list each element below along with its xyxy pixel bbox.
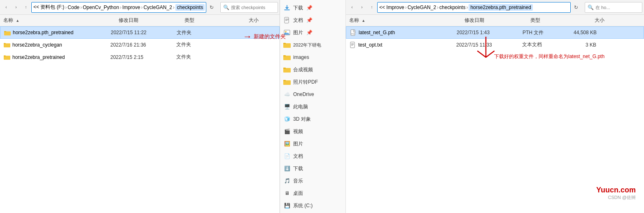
right-file-size-cell: 3 KB <box>563 42 596 48</box>
right-search-input[interactable] <box>595 5 639 10</box>
search-icon: 🔍 <box>223 5 229 10</box>
sidebar-item-docs[interactable]: 📄 文档 <box>280 150 345 162</box>
right-main-content: ‹ › ↑ << Improve › CycleGAN_2 › checkpoi… <box>346 0 644 213</box>
left-column-header: 名称 ▲ 修改日期 类型 大小 <box>0 15 280 26</box>
docs-icon: 📄 <box>283 152 291 160</box>
col-type-header[interactable]: 类型 <box>184 17 226 24</box>
desktop-icon: 🖥 <box>283 190 291 197</box>
folder-images-icon <box>283 54 291 61</box>
sidebar-item-3d[interactable]: 🧊 3D 对象 <box>280 113 345 125</box>
pin-icon: 📌 <box>306 5 313 11</box>
table-row[interactable]: PTH latest_net_G.pth 2022/7/15 1:43 PTH … <box>346 26 644 39</box>
breadcrumb-opencv: OpenCv_Python <box>83 5 119 10</box>
sidebar-item-images[interactable]: 图片 📌 <box>280 26 345 39</box>
sidebar-item-pdf-folder[interactable]: 照片转PDF <box>280 76 345 88</box>
right-file-type-cell: 文本文档 <box>522 41 563 48</box>
sidebar-item-system-c[interactable]: 💾 系统 (C:) <box>280 199 345 212</box>
right-col-size-header[interactable]: 大小 <box>572 17 604 24</box>
right-breadcrumb[interactable]: << Improve › CycleGAN_2 › checkpoints › … <box>377 2 571 13</box>
file-type-cell: 文件夹 <box>176 54 217 61</box>
3d-icon: 🧊 <box>283 115 291 123</box>
watermark-area: Yuucn.com CSDN @佐卌 <box>596 186 636 201</box>
document-icon <box>283 16 291 24</box>
svg-text:PTH: PTH <box>351 33 355 35</box>
left-address-bar: ‹ › ↑ << 资料包 (F:) › Code › OpenCv_Python… <box>0 0 280 15</box>
sidebar-item-video[interactable]: 🎬 视频 <box>280 125 345 138</box>
svg-rect-6 <box>4 56 6 56</box>
sidebar-item-onedrive[interactable]: ☁️ OneDrive <box>280 88 345 101</box>
pin-icon: 📌 <box>306 17 313 23</box>
downloads-icon: ⬇️ <box>283 165 291 172</box>
right-col-date-header[interactable]: 修改日期 <box>464 17 530 24</box>
sidebar-item-music[interactable]: 🎵 音乐 <box>280 175 345 187</box>
left-search-box[interactable]: 🔍 <box>220 2 278 13</box>
right-file-date-cell: 2022/7/15 1:43 <box>457 30 523 35</box>
left-refresh-button[interactable]: ↻ <box>207 3 216 12</box>
right-file-name-cell: test_opt.txt <box>349 42 456 48</box>
right-search-box[interactable]: 🔍 <box>585 2 642 13</box>
right-breadcrumb-checkpoints: checkpoints <box>439 5 465 10</box>
right-column-header: 名称 ▲ 修改日期 类型 大小 <box>346 15 644 26</box>
svg-rect-15 <box>283 68 286 69</box>
svg-rect-20 <box>350 42 355 48</box>
right-breadcrumb-cyclegan: CycleGAN_2 <box>408 5 436 10</box>
svg-rect-4 <box>4 43 6 44</box>
table-row[interactable]: test_opt.txt 2022/7/15 11:33 文本文档 3 KB <box>346 39 644 51</box>
sidebar-item-video-folder[interactable]: 合成视频 <box>280 63 345 76</box>
right-breadcrumb-improve: << Improve <box>379 5 404 10</box>
table-row[interactable]: horse2zebra.pth_pretrained 2022/7/15 11:… <box>0 26 280 39</box>
pc-icon: 🖥️ <box>283 103 291 110</box>
up-button[interactable]: ↑ <box>21 3 30 12</box>
forward-button[interactable]: › <box>12 3 21 12</box>
drive-c-icon: 💾 <box>283 202 291 209</box>
pin-icon: 📌 <box>306 30 313 35</box>
right-sort-arrow-icon: ▲ <box>362 19 365 23</box>
col-name-header[interactable]: 名称 ▲ <box>3 17 119 24</box>
svg-rect-7 <box>285 17 289 23</box>
right-search-icon: 🔍 <box>588 5 594 10</box>
right-file-size-cell: 44,508 KB <box>564 30 597 35</box>
right-file-name-cell: PTH latest_net_G.pth <box>350 29 457 36</box>
sidebar-item-downloads[interactable]: ⬇️ 下载 <box>280 162 345 175</box>
video-icon: 🎬 <box>283 128 291 135</box>
folder-video-icon <box>283 66 291 73</box>
file-type-cell: 文件夹 <box>176 41 217 48</box>
download-icon <box>283 4 291 12</box>
col-date-header[interactable]: 修改日期 <box>119 17 184 24</box>
left-search-input[interactable] <box>231 5 275 10</box>
table-row[interactable]: horse2zebra_cyclegan 2022/7/16 21:36 文件夹 <box>0 39 280 51</box>
sidebar-item-documents[interactable]: 文档 📌 <box>280 14 345 26</box>
sidebar-item-year-folder[interactable]: 2022年下研电 <box>280 39 345 51</box>
folder-pdf-icon <box>283 78 291 86</box>
right-col-type-header[interactable]: 类型 <box>530 17 572 24</box>
right-refresh-button[interactable]: ↻ <box>572 3 581 12</box>
sidebar-item-this-pc[interactable]: 🖥️ 此电脑 <box>280 101 345 113</box>
left-file-list: horse2zebra.pth_pretrained 2022/7/15 11:… <box>0 26 280 213</box>
folder-icon <box>3 54 11 61</box>
left-breadcrumb[interactable]: << 资料包 (F:) › Code › OpenCv_Python › Imp… <box>31 2 206 13</box>
watermark-main-text: Yuucn.com <box>596 186 636 194</box>
sidebar-item-download[interactable]: 下载 📌 <box>280 2 345 14</box>
col-size-header[interactable]: 大小 <box>226 17 259 24</box>
right-file-date-cell: 2022/7/15 11:33 <box>456 42 522 48</box>
right-col-name-header[interactable]: 名称 ▲ <box>349 17 464 24</box>
right-up-button[interactable]: ↑ <box>367 3 376 12</box>
file-name-cell: horse2zebra_cyclegan <box>3 42 110 48</box>
right-forward-button[interactable]: › <box>357 3 366 12</box>
table-row[interactable]: horse2zebra_pretrained 2022/7/15 2:15 文件… <box>0 51 280 63</box>
sidebar-item-pictures[interactable]: 🖼️ 图片 <box>280 138 345 150</box>
right-annotation-text: 下载好的权重文件，同样重命名为latest_net_G.pth <box>494 53 604 60</box>
back-button[interactable]: ‹ <box>2 3 11 12</box>
sidebar-item-images-folder[interactable]: images <box>280 51 345 63</box>
right-nav-sidebar: 下载 📌 文档 📌 图片 📌 2022年下研电 <box>280 0 346 213</box>
folder-icon <box>3 42 11 48</box>
breadcrumb-code: Code <box>68 5 79 10</box>
onedrive-icon: ☁️ <box>283 91 291 98</box>
svg-rect-2 <box>4 31 6 32</box>
breadcrumb-cyclegan: CycleGAN_2 <box>143 5 172 10</box>
sidebar-item-desktop[interactable]: 🖥 桌面 <box>280 187 345 199</box>
right-file-type-cell: PTH 文件 <box>523 29 564 36</box>
pth-file-icon: PTH <box>350 29 357 36</box>
right-back-button[interactable]: ‹ <box>348 3 357 12</box>
right-address-bar: ‹ › ↑ << Improve › CycleGAN_2 › checkpoi… <box>346 0 644 15</box>
